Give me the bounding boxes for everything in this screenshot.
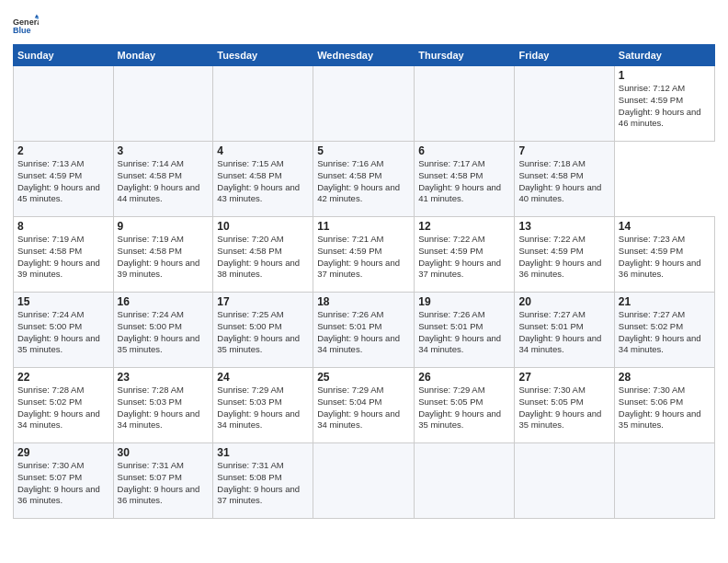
calendar-cell: 5Sunrise: 7:16 AMSunset: 4:58 PMDaylight… [313,142,415,217]
calendar-cell [113,66,213,142]
calendar-cell: 18Sunrise: 7:26 AMSunset: 5:01 PMDayligh… [313,293,415,368]
calendar-cell: 17Sunrise: 7:25 AMSunset: 5:00 PMDayligh… [213,293,313,368]
day-info: Sunrise: 7:29 AMSunset: 5:05 PMDaylight:… [418,385,510,431]
calendar-cell: 4Sunrise: 7:15 AMSunset: 4:58 PMDaylight… [213,142,313,217]
calendar-cell: 23Sunrise: 7:28 AMSunset: 5:03 PMDayligh… [113,368,213,443]
day-number: 20 [518,295,609,308]
day-info: Sunrise: 7:21 AMSunset: 4:59 PMDaylight:… [317,234,410,281]
calendar-cell: 12Sunrise: 7:22 AMSunset: 4:59 PMDayligh… [415,217,515,293]
day-info: Sunrise: 7:24 AMSunset: 5:00 PMDaylight:… [118,309,210,356]
day-info: Sunrise: 7:20 AMSunset: 4:58 PMDaylight:… [217,234,309,281]
calendar-week-row: 1Sunrise: 7:12 AMSunset: 4:59 PMDaylight… [14,66,715,142]
day-number: 19 [418,295,510,308]
calendar-cell [515,66,614,142]
calendar-cell: 19Sunrise: 7:26 AMSunset: 5:01 PMDayligh… [415,293,515,368]
calendar-cell: 15Sunrise: 7:24 AMSunset: 5:00 PMDayligh… [14,293,114,368]
day-info: Sunrise: 7:18 AMSunset: 4:58 PMDaylight:… [518,158,609,205]
calendar-cell: 7Sunrise: 7:18 AMSunset: 4:58 PMDaylight… [515,142,614,217]
day-info: Sunrise: 7:28 AMSunset: 5:03 PMDaylight:… [118,385,210,431]
calendar-cell: 1Sunrise: 7:12 AMSunset: 4:59 PMDaylight… [614,66,714,142]
calendar-cell [614,443,714,519]
calendar-cell [213,66,313,142]
day-info: Sunrise: 7:26 AMSunset: 5:01 PMDaylight:… [418,309,510,356]
calendar-cell: 25Sunrise: 7:29 AMSunset: 5:04 PMDayligh… [313,368,415,443]
weekday-header: Sunday [14,45,114,66]
day-number: 23 [118,371,210,384]
day-number: 3 [118,144,210,157]
calendar-cell: 31Sunrise: 7:31 AMSunset: 5:08 PMDayligh… [213,443,313,519]
day-info: Sunrise: 7:17 AMSunset: 4:58 PMDaylight:… [418,158,510,205]
svg-text:General: General [13,17,39,27]
day-number: 11 [317,220,410,233]
calendar-week-row: 2Sunrise: 7:13 AMSunset: 4:59 PMDaylight… [14,142,715,217]
day-info: Sunrise: 7:29 AMSunset: 5:04 PMDaylight:… [317,385,410,431]
day-number: 5 [317,144,410,157]
calendar-cell [415,66,515,142]
day-number: 29 [17,446,109,459]
day-info: Sunrise: 7:30 AMSunset: 5:05 PMDaylight:… [518,385,609,431]
day-number: 14 [619,220,711,233]
day-info: Sunrise: 7:16 AMSunset: 4:58 PMDaylight:… [317,158,410,205]
calendar-cell: 3Sunrise: 7:14 AMSunset: 4:58 PMDaylight… [113,142,213,217]
page: General Blue SundayMondayTuesdayWednesda… [0,0,728,563]
calendar-cell [415,443,515,519]
calendar-cell: 26Sunrise: 7:29 AMSunset: 5:05 PMDayligh… [415,368,515,443]
weekday-header: Monday [113,45,213,66]
day-number: 13 [518,220,609,233]
day-number: 4 [217,144,309,157]
calendar-cell [14,66,114,142]
day-info: Sunrise: 7:23 AMSunset: 4:59 PMDaylight:… [619,234,711,281]
day-info: Sunrise: 7:30 AMSunset: 5:07 PMDaylight:… [17,460,109,507]
day-number: 10 [217,220,309,233]
day-number: 31 [217,446,309,459]
calendar-cell: 29Sunrise: 7:30 AMSunset: 5:07 PMDayligh… [14,443,114,519]
weekday-header: Friday [515,45,614,66]
calendar-cell: 8Sunrise: 7:19 AMSunset: 4:58 PMDaylight… [14,217,114,293]
day-number: 16 [118,295,210,308]
weekday-header: Saturday [614,45,714,66]
day-number: 8 [17,220,109,233]
day-info: Sunrise: 7:19 AMSunset: 4:58 PMDaylight:… [118,234,210,281]
calendar-cell [313,443,415,519]
calendar-header-row: SundayMondayTuesdayWednesdayThursdayFrid… [14,45,715,66]
day-number: 21 [619,295,711,308]
calendar-cell: 2Sunrise: 7:13 AMSunset: 4:59 PMDaylight… [14,142,114,217]
day-info: Sunrise: 7:15 AMSunset: 4:58 PMDaylight:… [217,158,309,205]
calendar-cell [515,443,614,519]
weekday-header: Thursday [415,45,515,66]
calendar-table: SundayMondayTuesdayWednesdayThursdayFrid… [13,44,715,519]
day-number: 15 [17,295,109,308]
svg-text:Blue: Blue [13,26,31,35]
logo-icon: General Blue [13,13,39,39]
day-info: Sunrise: 7:12 AMSunset: 4:59 PMDaylight:… [619,83,711,130]
day-info: Sunrise: 7:14 AMSunset: 4:58 PMDaylight:… [118,158,210,205]
logo: General Blue [13,13,42,39]
day-number: 30 [118,446,210,459]
day-number: 26 [418,371,510,384]
header: General Blue [13,9,715,39]
calendar-cell: 30Sunrise: 7:31 AMSunset: 5:07 PMDayligh… [113,443,213,519]
day-info: Sunrise: 7:19 AMSunset: 4:58 PMDaylight:… [17,234,109,281]
day-number: 17 [217,295,309,308]
calendar-cell: 11Sunrise: 7:21 AMSunset: 4:59 PMDayligh… [313,217,415,293]
calendar-cell: 10Sunrise: 7:20 AMSunset: 4:58 PMDayligh… [213,217,313,293]
day-number: 27 [518,371,609,384]
calendar-cell: 28Sunrise: 7:30 AMSunset: 5:06 PMDayligh… [614,368,714,443]
calendar-cell: 20Sunrise: 7:27 AMSunset: 5:01 PMDayligh… [515,293,614,368]
calendar-week-row: 15Sunrise: 7:24 AMSunset: 5:00 PMDayligh… [14,293,715,368]
day-info: Sunrise: 7:29 AMSunset: 5:03 PMDaylight:… [217,385,309,431]
calendar-week-row: 29Sunrise: 7:30 AMSunset: 5:07 PMDayligh… [14,443,715,519]
calendar-week-row: 8Sunrise: 7:19 AMSunset: 4:58 PMDaylight… [14,217,715,293]
day-number: 6 [418,144,510,157]
day-info: Sunrise: 7:31 AMSunset: 5:07 PMDaylight:… [118,460,210,507]
calendar-cell: 21Sunrise: 7:27 AMSunset: 5:02 PMDayligh… [614,293,714,368]
calendar-cell: 6Sunrise: 7:17 AMSunset: 4:58 PMDaylight… [415,142,515,217]
calendar-cell: 13Sunrise: 7:22 AMSunset: 4:59 PMDayligh… [515,217,614,293]
day-info: Sunrise: 7:22 AMSunset: 4:59 PMDaylight:… [418,234,510,281]
day-number: 12 [418,220,510,233]
calendar-cell: 27Sunrise: 7:30 AMSunset: 5:05 PMDayligh… [515,368,614,443]
day-number: 22 [17,371,109,384]
day-number: 24 [217,371,309,384]
day-info: Sunrise: 7:25 AMSunset: 5:00 PMDaylight:… [217,309,309,356]
day-info: Sunrise: 7:24 AMSunset: 5:00 PMDaylight:… [17,309,109,356]
